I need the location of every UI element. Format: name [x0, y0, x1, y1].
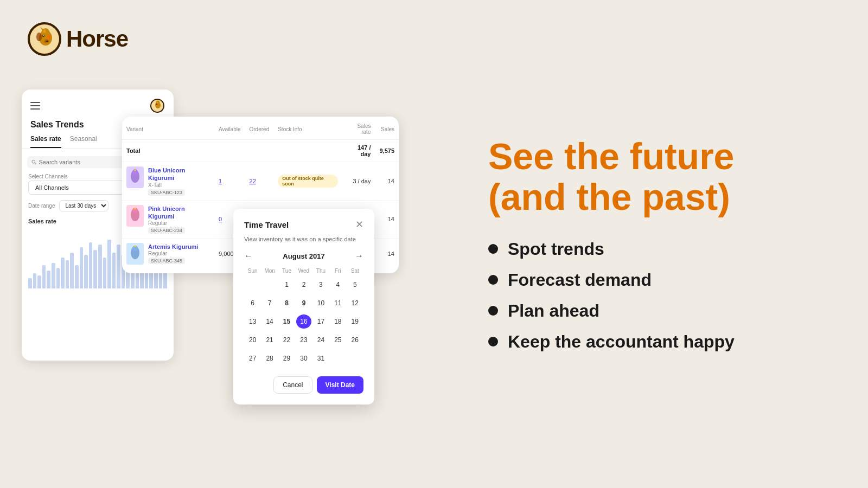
table-header-row: Variant Available Ordered Stock Info Sal…	[122, 117, 399, 140]
bullet-text: Keep the accountant happy	[508, 332, 735, 352]
cal-day-cell	[329, 349, 346, 368]
col-ordered: Ordered	[245, 117, 274, 140]
cal-day-cell[interactable]: 9	[295, 294, 312, 312]
total-sales-rate: 147 / day	[342, 140, 375, 162]
cal-day-cell[interactable]: 14	[261, 312, 278, 331]
svg-point-8	[36, 33, 42, 41]
total-sales: 9,575	[375, 140, 399, 162]
cal-day-cell[interactable]: 15	[278, 312, 295, 331]
cal-day-cell[interactable]: 19	[347, 312, 363, 331]
date-range-select[interactable]: Last 30 days	[59, 200, 108, 211]
horse-logo-icon	[27, 22, 62, 56]
cal-day-cell[interactable]: 5	[347, 275, 363, 294]
chart-bar	[28, 278, 32, 288]
chart-bar	[47, 271, 50, 288]
bullet-list: Spot trendsForecast demandPlan aheadKeep…	[488, 239, 825, 352]
cancel-button[interactable]: Cancel	[273, 376, 312, 394]
total-ordered	[245, 140, 274, 162]
headline: See the future(and the past)	[488, 136, 825, 217]
chart-bar	[84, 255, 88, 288]
chart-bar	[70, 253, 74, 288]
svg-line-21	[35, 163, 36, 164]
cal-day-cell[interactable]: 28	[261, 349, 278, 368]
variant-thumbnail	[126, 205, 144, 227]
chart-bar	[103, 258, 107, 288]
prev-month-button[interactable]: ←	[244, 251, 253, 261]
cal-day-cell[interactable]: 29	[278, 349, 295, 368]
cal-day-cell[interactable]: 1	[278, 275, 295, 294]
cal-day-cell[interactable]: 10	[312, 294, 329, 312]
bullet-text: Forecast demand	[508, 270, 652, 290]
cal-day-cell[interactable]: 8	[278, 294, 295, 312]
cal-day-cell	[244, 275, 261, 294]
tab-sales-rate[interactable]: Sales rate	[30, 135, 61, 148]
cal-day-header: Thu	[312, 266, 329, 275]
modal-close-button[interactable]: ✕	[355, 220, 363, 229]
cal-day-cell[interactable]: 17	[312, 312, 329, 331]
cal-day-cell[interactable]: 16	[295, 312, 312, 331]
calendar-grid: SunMonTueWedThuFriSat 123456789101112131…	[244, 266, 363, 368]
chart-bar	[112, 253, 116, 288]
cal-day-cell[interactable]: 13	[244, 312, 261, 331]
cal-day-cell[interactable]: 23	[295, 331, 312, 349]
cal-day-cell[interactable]: 30	[295, 349, 312, 368]
svg-point-17	[156, 104, 157, 105]
bullet-dot	[488, 337, 498, 346]
cal-day-cell[interactable]: 31	[312, 349, 329, 368]
bullet-dot	[488, 275, 498, 285]
col-sales: Sales	[375, 117, 399, 140]
bullet-item: Spot trends	[488, 239, 825, 259]
chart-bar	[61, 258, 65, 288]
svg-point-19	[158, 104, 160, 106]
svg-point-11	[47, 41, 48, 42]
next-month-button[interactable]: →	[355, 251, 363, 261]
cal-day-cell[interactable]: 21	[261, 331, 278, 349]
svg-point-5	[43, 35, 44, 36]
cal-day-cell[interactable]: 2	[295, 275, 312, 294]
cal-day-header: Mon	[261, 266, 278, 275]
total-row: Total 147 / day 9,575	[122, 140, 399, 162]
variant-thumbnail	[126, 243, 144, 265]
modal-footer: Cancel Visit Date	[244, 376, 363, 394]
cal-day-cell[interactable]: 24	[312, 331, 329, 349]
variant-sub: Regular	[148, 220, 210, 226]
cal-day-cell[interactable]: 3	[312, 275, 329, 294]
svg-point-12	[47, 35, 51, 39]
cal-day-cell[interactable]: 11	[329, 294, 346, 312]
sales-cell: 14	[375, 162, 399, 201]
cal-day-cell[interactable]: 12	[347, 294, 363, 312]
variant-name: Blue Unicorn Kigurumi	[148, 166, 210, 182]
ordered-link[interactable]: 22	[250, 178, 256, 184]
cal-day-cell[interactable]: 4	[329, 275, 346, 294]
chart-bar	[98, 245, 102, 288]
cal-day-cell[interactable]: 25	[329, 331, 346, 349]
available-link[interactable]: 1	[219, 178, 222, 184]
chart-bar	[56, 268, 60, 288]
chart-bar	[93, 250, 97, 288]
cal-day-cell[interactable]: 6	[244, 294, 261, 312]
horse-mini-logo	[150, 98, 165, 113]
cal-day-cell[interactable]: 27	[244, 349, 261, 368]
cal-day-cell[interactable]: 20	[244, 331, 261, 349]
chart-bar	[80, 247, 84, 288]
bullet-item: Keep the accountant happy	[488, 332, 825, 352]
variant-name: Pink Unicorn Kigurumi	[148, 205, 210, 221]
total-available	[214, 140, 245, 162]
cal-day-cell[interactable]: 18	[329, 312, 346, 331]
sales-rate-cell: 3 / day	[342, 162, 375, 201]
hamburger-icon[interactable]	[30, 102, 40, 110]
cal-day-header: Fri	[329, 266, 346, 275]
cal-day-cell[interactable]: 22	[278, 331, 295, 349]
calendar-month-year: August 2017	[283, 252, 324, 260]
tab-seasonal[interactable]: Seasonal	[70, 135, 97, 148]
cal-day-cell[interactable]: 26	[347, 331, 363, 349]
col-variant: Variant	[122, 117, 214, 140]
visit-date-button[interactable]: Visit Date	[317, 376, 363, 394]
chart-bar	[52, 263, 55, 288]
available-link[interactable]: 0	[219, 216, 222, 222]
stock-info-cell: Out of stock quite soon	[273, 162, 342, 201]
cal-day-header: Tue	[278, 266, 295, 275]
cal-day-cell	[347, 349, 363, 368]
cal-day-cell[interactable]: 7	[261, 294, 278, 312]
svg-point-4	[42, 35, 44, 37]
